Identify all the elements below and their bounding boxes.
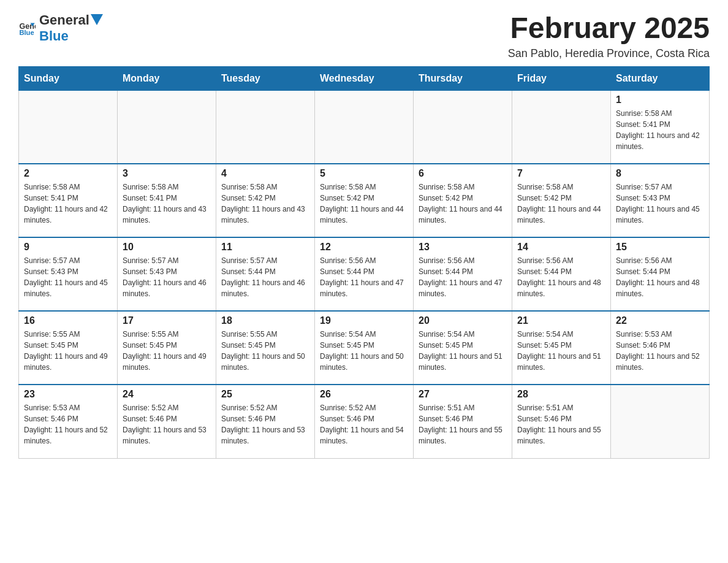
sunset-text: Sunset: 5:42 PM (517, 193, 605, 204)
day-info: Sunrise: 5:58 AMSunset: 5:42 PMDaylight:… (221, 182, 309, 226)
day-number: 2 (24, 168, 112, 179)
sunrise-text: Sunrise: 5:55 AM (24, 329, 112, 340)
calendar-cell: 11Sunrise: 5:57 AMSunset: 5:44 PMDayligh… (216, 237, 315, 311)
sunset-text: Sunset: 5:42 PM (221, 193, 309, 204)
calendar-title: February 2025 (508, 12, 710, 45)
day-info: Sunrise: 5:51 AMSunset: 5:46 PMDaylight:… (517, 402, 605, 446)
sunset-text: Sunset: 5:44 PM (221, 266, 309, 277)
daylight-text: Daylight: 11 hours and 44 minutes. (517, 204, 605, 226)
sunrise-text: Sunrise: 5:58 AM (419, 182, 507, 193)
title-block: February 2025 San Pablo, Heredia Provinc… (508, 12, 710, 60)
calendar-cell: 9Sunrise: 5:57 AMSunset: 5:43 PMDaylight… (19, 237, 118, 311)
sunset-text: Sunset: 5:46 PM (320, 413, 408, 424)
day-number: 16 (24, 315, 112, 326)
calendar-cell: 17Sunrise: 5:55 AMSunset: 5:45 PMDayligh… (118, 311, 216, 385)
daylight-text: Daylight: 11 hours and 51 minutes. (517, 351, 605, 373)
logo-triangle-icon (91, 14, 103, 26)
sunrise-text: Sunrise: 5:52 AM (221, 402, 309, 413)
sunrise-text: Sunrise: 5:56 AM (320, 255, 408, 266)
calendar-cell: 27Sunrise: 5:51 AMSunset: 5:46 PMDayligh… (414, 385, 512, 458)
calendar-table: SundayMondayTuesdayWednesdayThursdayFrid… (18, 66, 710, 459)
calendar-week-row: 16Sunrise: 5:55 AMSunset: 5:45 PMDayligh… (19, 311, 710, 385)
calendar-week-row: 9Sunrise: 5:57 AMSunset: 5:43 PMDaylight… (19, 237, 710, 311)
day-number: 13 (419, 242, 507, 253)
day-number: 17 (123, 315, 211, 326)
sunrise-text: Sunrise: 5:56 AM (517, 255, 605, 266)
calendar-cell (216, 90, 315, 164)
calendar-cell: 26Sunrise: 5:52 AMSunset: 5:46 PMDayligh… (315, 385, 414, 458)
daylight-text: Daylight: 11 hours and 50 minutes. (221, 351, 309, 373)
daylight-text: Daylight: 11 hours and 53 minutes. (221, 424, 309, 446)
day-info: Sunrise: 5:54 AMSunset: 5:45 PMDaylight:… (419, 329, 507, 373)
calendar-cell (315, 90, 414, 164)
day-number: 7 (517, 168, 605, 179)
column-header-friday: Friday (512, 66, 611, 90)
sunrise-text: Sunrise: 5:58 AM (24, 182, 112, 193)
day-info: Sunrise: 5:55 AMSunset: 5:45 PMDaylight:… (24, 329, 112, 373)
calendar-subtitle: San Pablo, Heredia Province, Costa Rica (508, 47, 710, 60)
day-info: Sunrise: 5:52 AMSunset: 5:46 PMDaylight:… (123, 402, 211, 446)
sunset-text: Sunset: 5:41 PM (24, 193, 112, 204)
day-info: Sunrise: 5:56 AMSunset: 5:44 PMDaylight:… (320, 255, 408, 299)
calendar-cell: 14Sunrise: 5:56 AMSunset: 5:44 PMDayligh… (512, 237, 611, 311)
sunrise-text: Sunrise: 5:57 AM (24, 255, 112, 266)
sunset-text: Sunset: 5:45 PM (517, 340, 605, 351)
day-info: Sunrise: 5:54 AMSunset: 5:45 PMDaylight:… (517, 329, 605, 373)
calendar-cell: 8Sunrise: 5:57 AMSunset: 5:43 PMDaylight… (611, 164, 710, 237)
day-info: Sunrise: 5:55 AMSunset: 5:45 PMDaylight:… (123, 329, 211, 373)
day-info: Sunrise: 5:51 AMSunset: 5:46 PMDaylight:… (419, 402, 507, 446)
column-header-tuesday: Tuesday (216, 66, 315, 90)
day-number: 11 (221, 242, 309, 253)
sunset-text: Sunset: 5:46 PM (419, 413, 507, 424)
sunrise-text: Sunrise: 5:58 AM (320, 182, 408, 193)
sunrise-text: Sunrise: 5:53 AM (24, 402, 112, 413)
sunset-text: Sunset: 5:41 PM (616, 119, 704, 130)
calendar-cell (19, 90, 118, 164)
sunset-text: Sunset: 5:43 PM (24, 266, 112, 277)
daylight-text: Daylight: 11 hours and 53 minutes. (123, 424, 211, 446)
daylight-text: Daylight: 11 hours and 44 minutes. (320, 204, 408, 226)
sunrise-text: Sunrise: 5:51 AM (419, 402, 507, 413)
column-header-thursday: Thursday (414, 66, 512, 90)
logo: General Blue General Blue (18, 12, 103, 44)
sunset-text: Sunset: 5:41 PM (123, 193, 211, 204)
day-number: 10 (123, 242, 211, 253)
column-header-saturday: Saturday (611, 66, 710, 90)
calendar-header-row: SundayMondayTuesdayWednesdayThursdayFrid… (19, 66, 710, 90)
calendar-cell: 22Sunrise: 5:53 AMSunset: 5:46 PMDayligh… (611, 311, 710, 385)
day-number: 18 (221, 315, 309, 326)
day-number: 24 (123, 389, 211, 400)
daylight-text: Daylight: 11 hours and 45 minutes. (616, 204, 704, 226)
sunset-text: Sunset: 5:44 PM (517, 266, 605, 277)
svg-text:Blue: Blue (19, 29, 34, 36)
daylight-text: Daylight: 11 hours and 42 minutes. (616, 130, 704, 152)
sunrise-text: Sunrise: 5:58 AM (616, 108, 704, 119)
calendar-cell: 13Sunrise: 5:56 AMSunset: 5:44 PMDayligh… (414, 237, 512, 311)
day-number: 3 (123, 168, 211, 179)
daylight-text: Daylight: 11 hours and 49 minutes. (123, 351, 211, 373)
column-header-sunday: Sunday (19, 66, 118, 90)
calendar-week-row: 1Sunrise: 5:58 AMSunset: 5:41 PMDaylight… (19, 90, 710, 164)
day-info: Sunrise: 5:57 AMSunset: 5:43 PMDaylight:… (616, 182, 704, 226)
day-info: Sunrise: 5:56 AMSunset: 5:44 PMDaylight:… (419, 255, 507, 299)
daylight-text: Daylight: 11 hours and 50 minutes. (320, 351, 408, 373)
day-number: 4 (221, 168, 309, 179)
day-info: Sunrise: 5:56 AMSunset: 5:44 PMDaylight:… (517, 255, 605, 299)
sunset-text: Sunset: 5:45 PM (24, 340, 112, 351)
sunrise-text: Sunrise: 5:54 AM (517, 329, 605, 340)
sunrise-text: Sunrise: 5:58 AM (221, 182, 309, 193)
column-header-wednesday: Wednesday (315, 66, 414, 90)
sunset-text: Sunset: 5:45 PM (123, 340, 211, 351)
calendar-cell (118, 90, 216, 164)
calendar-cell: 10Sunrise: 5:57 AMSunset: 5:43 PMDayligh… (118, 237, 216, 311)
daylight-text: Daylight: 11 hours and 46 minutes. (123, 277, 211, 299)
sunset-text: Sunset: 5:45 PM (419, 340, 507, 351)
svg-marker-3 (91, 14, 103, 25)
day-info: Sunrise: 5:58 AMSunset: 5:42 PMDaylight:… (419, 182, 507, 226)
sunrise-text: Sunrise: 5:52 AM (123, 402, 211, 413)
day-number: 28 (517, 389, 605, 400)
day-info: Sunrise: 5:52 AMSunset: 5:46 PMDaylight:… (320, 402, 408, 446)
sunset-text: Sunset: 5:44 PM (616, 266, 704, 277)
calendar-cell: 18Sunrise: 5:55 AMSunset: 5:45 PMDayligh… (216, 311, 315, 385)
sunrise-text: Sunrise: 5:51 AM (517, 402, 605, 413)
